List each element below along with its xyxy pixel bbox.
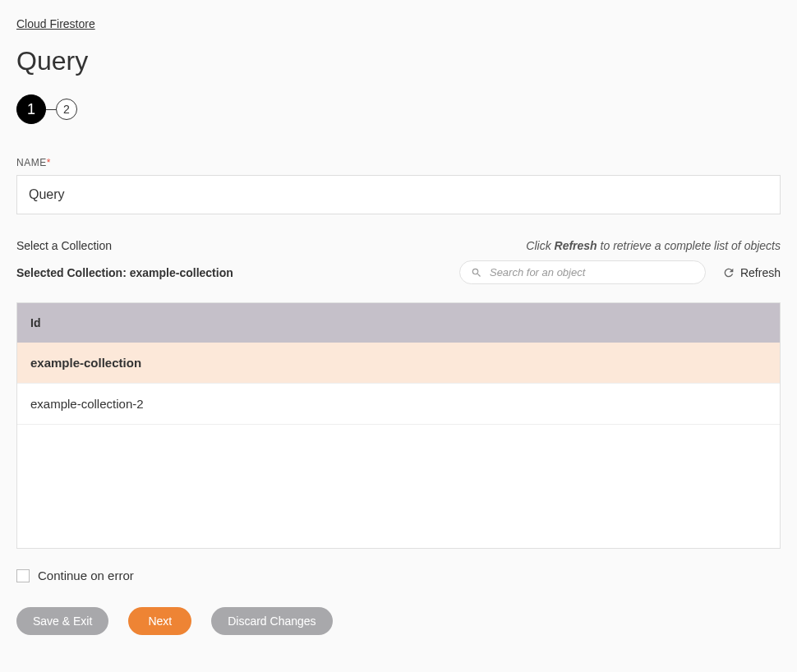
selected-collection-label: Selected Collection: example-collection — [16, 266, 233, 279]
step-connector — [46, 109, 56, 110]
page-title: Query — [16, 46, 781, 76]
table-row[interactable]: example-collection-2 — [17, 384, 780, 425]
refresh-icon — [722, 266, 735, 279]
hint-bold: Refresh — [555, 239, 597, 252]
refresh-label: Refresh — [740, 266, 781, 279]
search-wrap — [459, 260, 706, 284]
breadcrumb-link[interactable]: Cloud Firestore — [16, 17, 95, 30]
step-1[interactable]: 1 — [16, 94, 46, 124]
refresh-hint: Click Refresh to retrieve a complete lis… — [526, 239, 781, 252]
selected-prefix: Selected Collection: — [16, 266, 130, 279]
save-exit-button[interactable]: Save & Exit — [16, 607, 108, 635]
refresh-button[interactable]: Refresh — [722, 266, 781, 279]
selected-value: example-collection — [130, 266, 233, 279]
step-2[interactable]: 2 — [56, 99, 77, 120]
next-button[interactable]: Next — [128, 607, 191, 635]
search-icon — [471, 267, 482, 278]
name-field-label: NAME* — [16, 157, 781, 168]
name-input[interactable] — [16, 175, 781, 214]
search-input[interactable] — [459, 260, 706, 284]
name-label-text: NAME — [16, 157, 47, 168]
table-header-id: Id — [17, 303, 780, 343]
discard-changes-button[interactable]: Discard Changes — [211, 607, 332, 635]
stepper: 1 2 — [16, 94, 781, 124]
select-collection-label: Select a Collection — [16, 239, 112, 252]
collection-table: Id example-collection example-collection… — [16, 302, 781, 549]
required-asterisk: * — [47, 157, 51, 168]
table-row[interactable]: example-collection — [17, 343, 780, 384]
hint-suffix: to retrieve a complete list of objects — [597, 239, 781, 252]
continue-on-error-checkbox[interactable] — [16, 569, 30, 582]
hint-prefix: Click — [526, 239, 554, 252]
continue-on-error-label: Continue on error — [38, 568, 134, 582]
